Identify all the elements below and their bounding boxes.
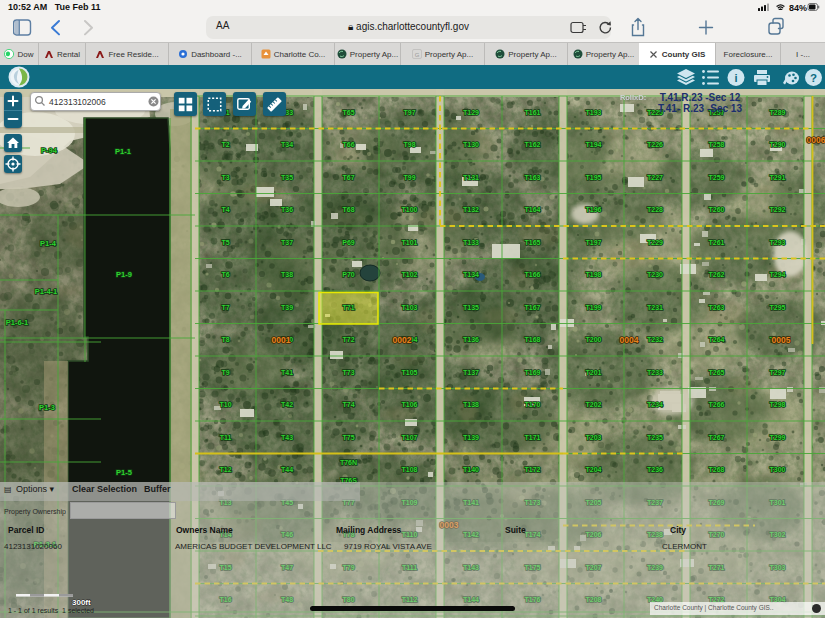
svg-text:T204: T204	[586, 466, 602, 473]
svg-text:0006: 0006	[807, 135, 825, 145]
svg-text:T131: T131	[463, 174, 479, 181]
svg-text:T169: T169	[525, 369, 541, 376]
svg-text:T226: T226	[647, 141, 663, 148]
svg-text:T103: T103	[402, 304, 418, 311]
svg-text:T165: T165	[525, 239, 541, 246]
svg-text:T98: T98	[403, 141, 415, 148]
svg-text:T292: T292	[770, 206, 786, 213]
svg-text:T139: T139	[463, 434, 479, 441]
svg-text:T193: T193	[586, 109, 602, 116]
svg-text:?: ?	[810, 72, 817, 84]
svg-text:T297: T297	[770, 369, 786, 376]
svg-text:P-94: P-94	[41, 146, 58, 155]
svg-text:T130: T130	[463, 141, 479, 148]
svg-text:T10: T10	[219, 401, 231, 408]
svg-text:T198: T198	[586, 271, 602, 278]
svg-text:T170: T170	[525, 401, 541, 408]
svg-text:T102: T102	[402, 271, 418, 278]
svg-text:T300: T300	[770, 466, 786, 473]
svg-text:T34: T34	[281, 141, 293, 148]
svg-text:T67: T67	[342, 174, 354, 181]
svg-text:T264: T264	[709, 336, 725, 343]
svg-text:T35: T35	[281, 174, 293, 181]
svg-text:T36: T36	[281, 206, 293, 213]
svg-text:T138: T138	[463, 401, 479, 408]
svg-text:T136: T136	[463, 336, 479, 343]
svg-text:T199: T199	[586, 304, 602, 311]
svg-text:T100: T100	[402, 206, 418, 213]
svg-text:T108: T108	[402, 466, 418, 473]
svg-text:T171: T171	[525, 434, 541, 441]
svg-text:T201: T201	[586, 369, 602, 376]
svg-text:T75: T75	[342, 434, 354, 441]
svg-text:T260: T260	[709, 206, 725, 213]
svg-text:T12: T12	[219, 466, 231, 473]
svg-text:T294: T294	[770, 271, 786, 278]
svg-text:T299: T299	[770, 434, 786, 441]
svg-text:G: G	[414, 52, 419, 58]
svg-text:i: i	[734, 72, 737, 84]
svg-text:T229: T229	[647, 239, 663, 246]
svg-text:T2: T2	[221, 141, 229, 148]
svg-text:T202: T202	[586, 401, 602, 408]
svg-text:0004: 0004	[620, 335, 639, 345]
svg-text:84%: 84%	[789, 3, 807, 13]
svg-text:T262: T262	[709, 271, 725, 278]
svg-text:T289: T289	[770, 109, 786, 116]
svg-text:T140: T140	[463, 466, 479, 473]
svg-text:T134: T134	[463, 271, 479, 278]
svg-text:T106: T106	[402, 401, 418, 408]
svg-text:T197: T197	[586, 239, 602, 246]
svg-text:T195: T195	[586, 174, 602, 181]
svg-text:T263: T263	[709, 304, 725, 311]
svg-text:T5: T5	[221, 239, 229, 246]
svg-text:T4: T4	[221, 206, 229, 213]
svg-text:T258: T258	[709, 141, 725, 148]
svg-text:T105: T105	[402, 369, 418, 376]
svg-text:T.41- R.23 -Sec 13: T.41- R.23 -Sec 13	[658, 103, 742, 114]
svg-text:T38: T38	[281, 271, 293, 278]
svg-text:P1-1: P1-1	[115, 147, 131, 156]
svg-text:T129: T129	[463, 109, 479, 116]
svg-text:T166: T166	[525, 271, 541, 278]
svg-text:T261: T261	[709, 239, 725, 246]
svg-text:0002: 0002	[393, 335, 412, 345]
svg-text:RollxD:: RollxD:	[620, 93, 646, 102]
svg-text:P1-9: P1-9	[116, 270, 132, 279]
svg-text:T267: T267	[709, 434, 725, 441]
svg-text:T163: T163	[525, 174, 541, 181]
svg-text:T259: T259	[709, 174, 725, 181]
svg-text:T65: T65	[342, 109, 354, 116]
svg-text:T167: T167	[525, 304, 541, 311]
svg-text:T232: T232	[647, 336, 663, 343]
svg-text:T200: T200	[586, 336, 602, 343]
svg-text:T231: T231	[647, 304, 663, 311]
svg-text:P70: P70	[342, 271, 355, 278]
svg-text:T.41.R.23 -Sec 12: T.41.R.23 -Sec 12	[660, 92, 741, 103]
svg-text:T43: T43	[281, 434, 293, 441]
svg-text:P1-3: P1-3	[39, 403, 55, 412]
svg-text:T71: T71	[342, 304, 354, 311]
svg-text:T295: T295	[770, 304, 786, 311]
svg-text:T6: T6	[221, 271, 229, 278]
svg-text:P1-4: P1-4	[40, 239, 57, 248]
svg-text:T234: T234	[647, 401, 663, 408]
svg-text:T196: T196	[586, 206, 602, 213]
svg-text:T291: T291	[770, 174, 786, 181]
svg-text:P1-4-1: P1-4-1	[35, 287, 58, 296]
svg-text:300ft: 300ft	[72, 598, 91, 607]
svg-text:T268: T268	[709, 466, 725, 473]
svg-text:T73: T73	[342, 369, 354, 376]
svg-text:T228: T228	[647, 206, 663, 213]
svg-text:0001: 0001	[272, 335, 291, 345]
svg-text:T227: T227	[647, 174, 663, 181]
svg-text:T66: T66	[342, 141, 354, 148]
svg-text:P69: P69	[342, 239, 355, 246]
svg-text:T107: T107	[402, 434, 418, 441]
svg-text:T39: T39	[281, 304, 293, 311]
svg-text:T44: T44	[281, 466, 293, 473]
svg-text:T11: T11	[220, 434, 232, 441]
svg-text:T164: T164	[525, 206, 541, 213]
svg-text:T162: T162	[525, 141, 541, 148]
svg-text:T41: T41	[281, 369, 293, 376]
